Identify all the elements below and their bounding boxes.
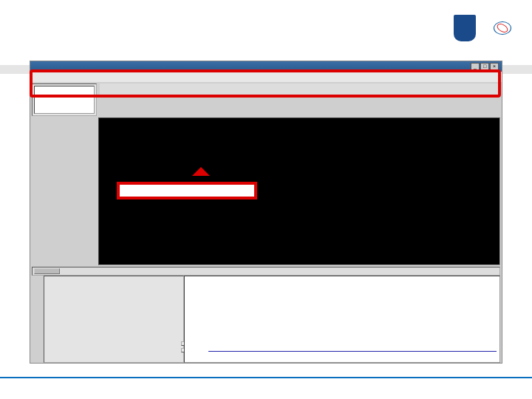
tab-bar [98,82,502,117]
results-window: _ □ × [30,61,502,364]
footer-rule [0,377,532,378]
maximize-button[interactable]: □ [480,63,489,70]
callout-connector [192,167,210,176]
pattern-chart[interactable] [184,276,500,363]
window-titlebar[interactable]: _ □ × [30,61,502,72]
bruker-atom-icon [494,21,511,35]
menu-bar[interactable] [30,72,502,82]
close-button[interactable]: × [490,63,499,70]
bruker-logo [494,21,514,35]
logo-row [454,15,514,41]
dataset-list[interactable] [34,86,95,114]
scroll-thumb[interactable] [34,268,60,274]
minimize-button[interactable]: _ [471,63,480,70]
sample-info-panel [44,276,184,363]
horizontal-scrollbar[interactable] [32,267,500,276]
glasgow-shield-icon [454,15,476,41]
callout-text-box [117,182,257,200]
dataset-panel [32,83,97,116]
